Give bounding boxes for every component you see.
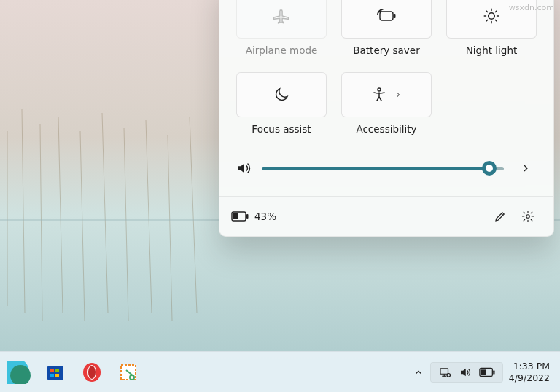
svg-line-21 bbox=[486, 20, 488, 21]
battery-saver-tile[interactable] bbox=[341, 0, 432, 39]
battery-icon bbox=[231, 211, 249, 222]
svg-rect-31 bbox=[50, 369, 54, 372]
volume-slider[interactable] bbox=[262, 162, 504, 175]
tray-overflow-button[interactable] bbox=[408, 358, 429, 387]
speaker-icon bbox=[459, 366, 472, 379]
svg-rect-12 bbox=[380, 12, 393, 20]
focus-assist-tile[interactable] bbox=[236, 72, 327, 117]
taskbar-clock[interactable]: 1:33 PM 4/9/2022 bbox=[505, 361, 554, 383]
taskbar-app-store[interactable] bbox=[39, 356, 71, 388]
svg-line-19 bbox=[486, 11, 488, 12]
battery-saver-label: Battery saver bbox=[353, 44, 419, 56]
accessibility-tile[interactable] bbox=[341, 72, 432, 117]
svg-rect-32 bbox=[55, 369, 59, 372]
night-light-icon bbox=[482, 7, 501, 26]
watermark-text: wsxdn.com bbox=[509, 3, 554, 12]
system-tray-group[interactable] bbox=[430, 362, 503, 383]
gear-icon bbox=[521, 210, 534, 223]
svg-point-14 bbox=[489, 13, 495, 20]
settings-button[interactable] bbox=[514, 204, 542, 229]
battery-status[interactable]: 43% bbox=[231, 211, 276, 222]
volume-output-button[interactable] bbox=[514, 157, 537, 180]
svg-rect-46 bbox=[481, 369, 486, 375]
volume-row bbox=[219, 145, 553, 196]
moon-icon bbox=[273, 86, 290, 103]
airplane-mode-label: Airplane mode bbox=[246, 44, 318, 56]
pencil-icon bbox=[494, 210, 507, 223]
svg-rect-47 bbox=[493, 370, 494, 375]
clock-date: 4/9/2022 bbox=[509, 372, 550, 384]
svg-point-37 bbox=[88, 366, 96, 379]
airplane-mode-tile[interactable] bbox=[236, 0, 327, 39]
battery-percent-text: 43% bbox=[254, 211, 276, 222]
svg-point-27 bbox=[526, 215, 530, 219]
battery-icon bbox=[479, 367, 495, 377]
svg-rect-34 bbox=[55, 374, 59, 377]
quick-settings-panel: Airplane mode Battery saver bbox=[219, 0, 554, 237]
quick-settings-footer: 43% bbox=[219, 196, 553, 236]
taskbar-app-snip[interactable] bbox=[112, 356, 144, 388]
taskbar: 1:33 PM 4/9/2022 bbox=[0, 351, 560, 392]
battery-saver-icon bbox=[376, 8, 397, 24]
svg-point-44 bbox=[447, 373, 451, 377]
svg-rect-25 bbox=[233, 213, 238, 219]
svg-point-23 bbox=[378, 88, 381, 91]
svg-rect-41 bbox=[440, 368, 448, 374]
svg-line-22 bbox=[495, 11, 497, 12]
svg-rect-26 bbox=[246, 214, 249, 219]
chevron-up-icon bbox=[413, 367, 424, 377]
edit-quick-settings-button[interactable] bbox=[486, 204, 514, 229]
accessibility-label: Accessibility bbox=[356, 123, 416, 135]
svg-rect-30 bbox=[47, 366, 63, 380]
chevron-right-icon bbox=[394, 90, 402, 99]
svg-line-20 bbox=[495, 20, 497, 21]
volume-slider-fill bbox=[262, 167, 489, 170]
speaker-icon[interactable] bbox=[236, 160, 252, 176]
night-light-label: Night light bbox=[466, 44, 517, 56]
taskbar-app-opera[interactable] bbox=[76, 356, 108, 388]
network-icon bbox=[438, 366, 451, 379]
airplane-icon bbox=[272, 7, 291, 26]
svg-rect-13 bbox=[394, 14, 396, 18]
svg-rect-33 bbox=[50, 374, 54, 377]
focus-assist-label: Focus assist bbox=[252, 123, 311, 135]
taskbar-app-edge[interactable] bbox=[3, 356, 35, 388]
quick-settings-tiles: Airplane mode Battery saver bbox=[219, 0, 553, 145]
clock-time: 1:33 PM bbox=[513, 361, 550, 372]
accessibility-icon bbox=[370, 86, 388, 103]
volume-slider-thumb[interactable] bbox=[482, 161, 497, 176]
